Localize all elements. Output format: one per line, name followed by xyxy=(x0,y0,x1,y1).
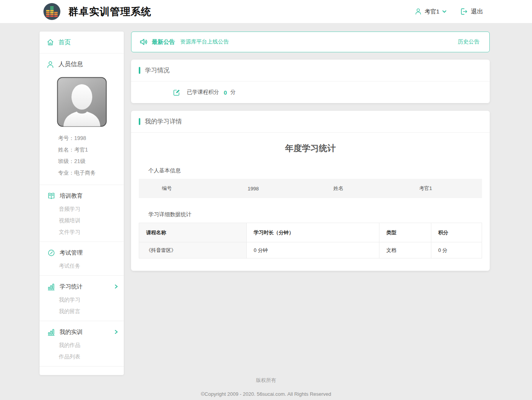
menu-group-exam: 考试管理 考试任务 xyxy=(40,242,124,276)
sidebar-item-label: 人员信息 xyxy=(58,60,83,68)
sidebar-item-study-stats[interactable]: 学习统计 xyxy=(40,279,124,294)
footer-copyright-cn: 版权所有 xyxy=(0,377,532,384)
app-header: 群卓实训管理系统 考官1 xyxy=(0,0,532,23)
page-footer: 版权所有 ©Copyright 2009 - 2020. 56sucai.com… xyxy=(0,377,532,397)
cell-duration: 0 分钟 xyxy=(247,242,379,258)
basic-info-cell: 考官1 xyxy=(396,185,482,192)
sidebar-subitem-works-list[interactable]: 作品列表 xyxy=(40,351,124,362)
table-row: 《抖音雷区》 0 分钟 文档 0 分 xyxy=(139,242,482,258)
study-detail-header: 我的学习详情 xyxy=(131,111,490,133)
bar-chart-icon xyxy=(47,282,55,291)
logout-label: 退出 xyxy=(471,8,483,16)
score-label: 已学课程积分 xyxy=(187,89,219,96)
app-logo-icon xyxy=(43,3,61,20)
col-header-score: 积分 xyxy=(431,223,482,242)
logout-button[interactable]: 退出 xyxy=(460,7,483,16)
speaker-icon xyxy=(139,37,148,47)
latest-announcement-label: 最新公告 xyxy=(152,38,175,46)
cell-type: 文档 xyxy=(379,242,431,258)
avatar xyxy=(57,77,107,127)
bar-chart-icon xyxy=(47,328,55,336)
home-icon xyxy=(46,38,55,47)
study-status-card: 学习情况 已学课程积分 0 分 xyxy=(131,60,490,103)
chevron-right-icon xyxy=(114,284,118,289)
accent-bar xyxy=(139,67,140,74)
user-icon xyxy=(414,8,422,15)
profile-block: 人员信息 xyxy=(40,53,124,185)
detail-stats-label: 学习详细数据统计 xyxy=(148,211,482,218)
cell-score: 0 分 xyxy=(431,242,482,258)
score-value: 0 xyxy=(224,89,227,96)
sidebar-subitem-my-study[interactable]: 我的学习 xyxy=(40,294,124,305)
study-status-title: 学习情况 xyxy=(145,67,170,75)
sidebar-bottom-spacer xyxy=(40,367,124,375)
study-status-body: 已学课程积分 0 分 xyxy=(131,82,490,103)
person-icon xyxy=(46,60,55,69)
user-menu[interactable]: 考官1 xyxy=(414,8,447,15)
report-title: 年度学习统计 xyxy=(139,133,482,154)
compass-clock-icon xyxy=(47,249,55,257)
score-unit: 分 xyxy=(230,89,236,96)
study-detail-card: 我的学习详情 年度学习统计 个人基本信息 编号 1998 姓名 考官1 学习详细… xyxy=(131,111,490,271)
table-header-row: 课程名称 学习时长（分钟） 类型 积分 xyxy=(139,223,482,242)
sidebar-item-label: 培训教育 xyxy=(60,192,83,200)
chevron-right-icon xyxy=(114,329,118,335)
profile-field: 班级：21级 xyxy=(58,155,124,167)
sidebar-subitem-exam-task[interactable]: 考试任务 xyxy=(40,260,124,272)
profile-field: 考号：1998 xyxy=(58,132,124,144)
profile-fields: 考号：1998 姓名：考官1 班级：21级 专业：电子商务 xyxy=(58,132,124,178)
sidebar-subitem-my-messages[interactable]: 我的留言 xyxy=(40,305,124,317)
basic-info-strip: 编号 1998 姓名 考官1 xyxy=(139,179,482,198)
sidebar-item-profile[interactable]: 人员信息 xyxy=(40,53,124,75)
sidebar-item-label: 我的实训 xyxy=(60,328,83,336)
study-detail-body: 年度学习统计 个人基本信息 编号 1998 姓名 考官1 学习详细数据统计 课程… xyxy=(131,133,490,271)
profile-field: 专业：电子商务 xyxy=(58,167,124,178)
sidebar-item-my-practice[interactable]: 我的实训 xyxy=(40,325,124,339)
basic-info-cell: 姓名 xyxy=(311,185,396,192)
sidebar-subitem-video-training[interactable]: 视频培训 xyxy=(40,215,124,226)
col-header-type: 类型 xyxy=(379,223,431,242)
edit-icon xyxy=(173,88,181,97)
basic-info-cell: 编号 xyxy=(139,185,224,192)
app-title: 群卓实训管理系统 xyxy=(68,5,151,18)
study-detail-title: 我的学习详情 xyxy=(145,118,182,126)
accent-bar xyxy=(139,118,140,125)
col-header-duration: 学习时长（分钟） xyxy=(247,223,379,242)
sidebar-subitem-audio-study[interactable]: 音频学习 xyxy=(40,203,124,215)
footer-copyright-en: ©Copyright 2009 - 2020. 56sucai.com. All… xyxy=(0,391,532,397)
sidebar-item-home[interactable]: 首页 xyxy=(40,32,124,53)
sidebar: 首页 人员信息 xyxy=(40,32,124,375)
sidebar-item-label: 首页 xyxy=(58,38,71,47)
sidebar-subitem-my-works[interactable]: 我的作品 xyxy=(40,339,124,351)
history-announcement-link[interactable]: 历史公告 xyxy=(458,38,479,45)
chevron-down-icon xyxy=(442,9,447,14)
book-icon xyxy=(47,192,55,200)
sidebar-item-label: 考试管理 xyxy=(60,249,83,257)
study-status-header: 学习情况 xyxy=(131,60,490,82)
sidebar-subitem-file-study[interactable]: 文件学习 xyxy=(40,226,124,238)
main-content: 最新公告 资源库平台上线公告 历史公告 学习情况 已学课程积分 0 分 xyxy=(131,32,490,271)
user-name: 考官1 xyxy=(425,8,439,15)
sidebar-item-label: 学习统计 xyxy=(60,283,83,290)
logout-icon xyxy=(460,7,468,16)
profile-field: 姓名：考官1 xyxy=(58,144,124,155)
menu-group-training: 培训教育 音频学习 视频培训 文件学习 xyxy=(40,185,124,242)
menu-group-study-stats: 学习统计 我的学习 我的留言 xyxy=(40,276,124,321)
col-header-course: 课程名称 xyxy=(139,223,247,242)
announcement-link[interactable]: 资源库平台上线公告 xyxy=(180,38,229,45)
menu-group-my-practice: 我的实训 我的作品 作品列表 xyxy=(40,321,124,367)
basic-info-label: 个人基本信息 xyxy=(148,167,482,174)
sidebar-item-exam[interactable]: 考试管理 xyxy=(40,245,124,260)
sidebar-item-training[interactable]: 培训教育 xyxy=(40,188,124,203)
study-stats-table: 课程名称 学习时长（分钟） 类型 积分 《抖音雷区》 0 分钟 文档 0 分 xyxy=(139,223,482,258)
basic-info-cell: 1998 xyxy=(224,186,310,192)
announcement-bar: 最新公告 资源库平台上线公告 历史公告 xyxy=(131,32,490,52)
cell-course-name: 《抖音雷区》 xyxy=(139,242,247,258)
